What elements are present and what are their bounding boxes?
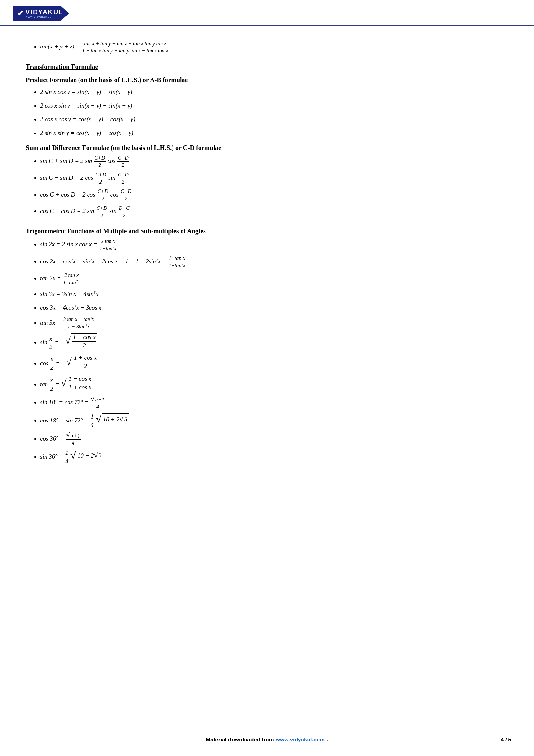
cos2x-formula: cos 2x = cos2x − sin2x = 2cos2x − 1 = 1 … — [40, 255, 508, 269]
sum-diff-formula-4: cos C − cos D = 2 sin C+D 2 sin D−C 2 — [40, 205, 508, 219]
logo-text: VIDYAKUL — [26, 9, 63, 15]
tan-xyz-fraction: tan x + tan y + tan z − tan x tan y tan … — [81, 40, 169, 54]
main-content: tan(x + y + z) = tan x + tan y + tan z −… — [0, 26, 534, 490]
sin3x-formula: sin 3x = 3sin x − 4sin3x — [40, 289, 508, 299]
sin36-formula: sin 36° = 1 4 √ 10 − 2√5 — [40, 449, 508, 465]
sum-diff-list: sin C + sin D = 2 sin C+D 2 cos C−D 2 si… — [26, 155, 508, 219]
logo-checkmark: ✔ — [17, 9, 23, 18]
trig-multiple-heading: Trigonometric Functions of Multiple and … — [26, 228, 508, 235]
transformation-heading: Transformation Formulae — [26, 63, 508, 70]
logo: ✔ VIDYAKUL www.vidyakul.com — [13, 6, 69, 21]
sum-diff-formula-2: sin C − sin D = 2 cos C+D 2 sin C−D 2 — [40, 172, 508, 185]
tan-xyz-formula: tan(x + y + z) = tan x + tan y + tan z −… — [40, 40, 508, 54]
logo-subtext: www.vidyakul.com — [26, 15, 63, 18]
footer-period: . — [327, 737, 328, 743]
cos36-formula: cos 36° = √5+1 4 — [40, 432, 508, 446]
sin2x-formula: sin 2x = 2 sin x cos x = 2 tan x 1+tan2x — [40, 238, 508, 252]
page-number: 4 / 5 — [501, 737, 511, 743]
cos3x-formula: cos 3x = 4cos3x − 3cos x — [40, 303, 508, 313]
sum-diff-formula-3: cos C + cos D = 2 cos C+D 2 cos C−D 2 — [40, 188, 508, 202]
product-formula-3: 2 cos x cos y = cos(x + y) + cos(x − y) — [40, 114, 508, 124]
product-formula-1: 2 sin x cos y = sin(x + y) + sin(x − y) — [40, 87, 508, 97]
tan-half-formula: tan x 2 = √ 1 − cos x 1 + cos x — [40, 375, 508, 393]
tan3x-formula: tan 3x = 3 tan x − tan3x 1 − 3tan2x — [40, 316, 508, 330]
page-header: ✔ VIDYAKUL www.vidyakul.com — [0, 0, 534, 26]
footer: Material downloaded from www.vidyakul.co… — [0, 737, 534, 743]
cos18-formula: cos 18° = sin 72° = 1 4 √ 10 + 2√5 — [40, 413, 508, 429]
product-heading: Product Formulae (on the basis of L.H.S.… — [26, 76, 508, 84]
product-formulae-list: 2 sin x cos y = sin(x + y) + sin(x − y) … — [26, 87, 508, 138]
sum-diff-formula-1: sin C + sin D = 2 sin C+D 2 cos C−D 2 — [40, 155, 508, 168]
footer-link[interactable]: www.vidyakul.com — [276, 737, 325, 743]
tan-xyz-list: tan(x + y + z) = tan x + tan y + tan z −… — [26, 40, 508, 54]
product-formula-2: 2 cos x sin y = sin(x + y) − sin(x − y) — [40, 100, 508, 111]
tan2x-formula: tan 2x = 2 tan x 1−tan2x — [40, 272, 508, 286]
footer-label: Material downloaded from — [206, 737, 274, 743]
trig-multiple-list: sin 2x = 2 sin x cos x = 2 tan x 1+tan2x… — [26, 238, 508, 465]
cos-half-formula: cos x 2 = ± √ 1 + cos x 2 — [40, 354, 508, 372]
product-formula-4: 2 sin x sin y = cos(x − y) − cos(x + y) — [40, 128, 508, 138]
sin-half-formula: sin x 2 = ± √ 1 − cos x 2 — [40, 333, 508, 351]
sin18-formula: sin 18° = cos 72° = √5−1 4 — [40, 396, 508, 410]
sum-diff-heading: Sum and Difference Formulae (on the basi… — [26, 144, 508, 151]
